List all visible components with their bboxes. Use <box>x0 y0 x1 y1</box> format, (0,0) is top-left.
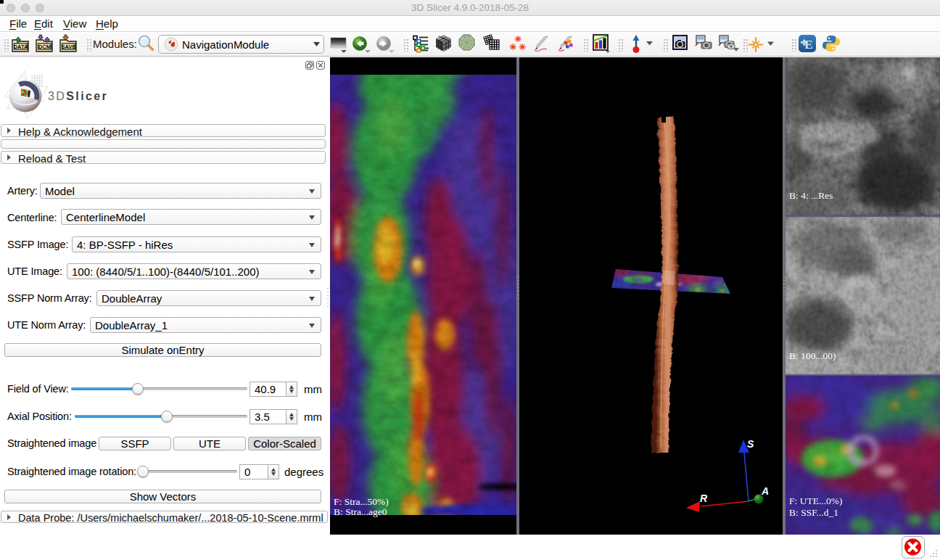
svg-text:B: 4: ...Res: B: 4: ...Res <box>789 190 833 201</box>
svg-text:3DSlicer: 3DSlicer <box>48 90 108 102</box>
svg-text:SAVE: SAVE <box>62 44 76 50</box>
svg-text:S: S <box>747 438 754 450</box>
svg-text:✳: ✳ <box>519 42 526 52</box>
svg-text:A: A <box>761 485 769 497</box>
svg-text:B: SSF...d_1: B: SSF...d_1 <box>789 507 838 518</box>
svg-text:B: Stra...age0: B: Stra...age0 <box>334 506 387 517</box>
svg-text:F: UTE...0%): F: UTE...0%) <box>789 495 843 506</box>
svg-text:DATA: DATA <box>14 44 28 50</box>
svg-text:E: E <box>804 38 812 52</box>
svg-text:B: 100...00): B: 100...00) <box>789 350 836 361</box>
svg-text:✳: ✳ <box>509 42 516 52</box>
svg-text:R: R <box>700 493 708 504</box>
svg-text:F: Stra...50%): F: Stra...50%) <box>334 496 389 507</box>
svg-text:DCM: DCM <box>38 44 51 50</box>
